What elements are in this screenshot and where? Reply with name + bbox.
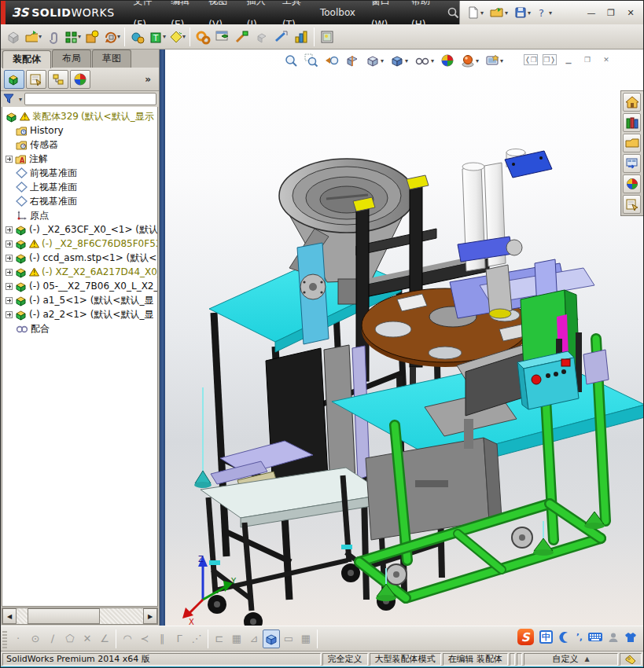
- sketch-angle-icon[interactable]: ∠: [96, 629, 113, 648]
- sketch-polygon-icon[interactable]: ⬠: [61, 629, 79, 648]
- snap-nearest-icon[interactable]: ≺: [136, 629, 153, 648]
- panel-overflow-button[interactable]: »: [145, 74, 156, 85]
- tree-item-top-plane[interactable]: 上视基准面: [4, 180, 157, 194]
- viewport-multi-icon[interactable]: ▦: [297, 629, 315, 648]
- tree-item-component[interactable]: ! (-) XZ_X2_6A217D44_X0_<: [4, 265, 157, 279]
- expand-icon[interactable]: [6, 156, 13, 163]
- sogou-logo-icon[interactable]: S: [517, 629, 534, 645]
- restore-button[interactable]: ❐: [602, 6, 620, 20]
- menu-toolbox[interactable]: Toolbox: [312, 1, 363, 24]
- move-rotate-component-icon[interactable]: ▾: [102, 27, 121, 47]
- moon-fullhalf-icon[interactable]: [558, 631, 571, 644]
- chevron-down-icon[interactable]: ▾: [549, 9, 552, 17]
- open-document-button[interactable]: ▾: [488, 4, 510, 21]
- menu-help[interactable]: 帮助(H): [403, 0, 442, 36]
- chevron-down-icon[interactable]: ▾: [19, 96, 22, 103]
- motion-study-icon[interactable]: [193, 27, 212, 47]
- expand-icon[interactable]: [6, 283, 13, 290]
- pane-left-toggle-icon[interactable]: ❬❐: [524, 54, 538, 65]
- smart-fasteners-icon[interactable]: [83, 27, 101, 47]
- tree-item-component[interactable]: (-) _X2_63CF_X0_<1> (默认: [4, 222, 157, 237]
- graphics-viewport[interactable]: Z Y X ▾ ▾ ▾ ▾ ▾: [165, 50, 643, 626]
- chevron-down-icon[interactable]: ▾: [500, 57, 503, 64]
- tab-sketch[interactable]: 草图: [92, 50, 131, 68]
- viewport-single-icon[interactable]: ▭: [280, 629, 297, 648]
- toolbar-grip[interactable]: [2, 629, 7, 648]
- solidworks-resources-icon[interactable]: [623, 93, 641, 112]
- edit-appearance-icon[interactable]: [438, 51, 457, 70]
- snap-tangent-icon[interactable]: ◠: [119, 629, 136, 648]
- zoom-to-fit-icon[interactable]: [282, 51, 300, 70]
- new-document-button[interactable]: ▾: [465, 4, 486, 21]
- tree-item-sensors[interactable]: 传感器: [4, 138, 157, 152]
- pane-right-toggle-icon[interactable]: ❐❭: [543, 54, 557, 65]
- sketch-line-icon[interactable]: ∕: [44, 629, 61, 648]
- tab-layout[interactable]: 布局: [52, 50, 91, 68]
- tree-item-component[interactable]: (-) a2_2<1> (默认<默认_显: [4, 307, 157, 321]
- menu-window[interactable]: 窗口(W): [363, 0, 403, 36]
- expand-icon[interactable]: [6, 226, 13, 233]
- snap-parallel-icon[interactable]: ∥: [153, 629, 171, 648]
- chevron-down-icon[interactable]: ▾: [381, 57, 384, 64]
- chevron-down-icon[interactable]: ▾: [163, 33, 166, 40]
- linear-component-pattern-icon[interactable]: ▾: [63, 27, 82, 47]
- featuremanager-tree-icon[interactable]: [4, 70, 24, 89]
- hide-show-items-icon[interactable]: ▾: [412, 51, 436, 70]
- snap-perpendicular-icon[interactable]: Γ: [171, 629, 188, 648]
- close-button[interactable]: ✕: [622, 6, 639, 20]
- chevron-down-icon[interactable]: ▾: [182, 33, 186, 40]
- help-options-button[interactable]: ?▾: [535, 4, 554, 21]
- previous-view-icon[interactable]: [322, 51, 341, 70]
- chinese-mode-icon[interactable]: 中: [539, 630, 553, 644]
- reference-geometry-icon[interactable]: ▾: [167, 27, 186, 47]
- filter-funnel-icon[interactable]: [3, 94, 16, 105]
- chevron-down-icon[interactable]: ▾: [78, 33, 81, 40]
- custom-properties-icon[interactable]: [623, 195, 641, 214]
- file-explorer-icon[interactable]: [623, 134, 641, 152]
- chevron-down-icon[interactable]: ▾: [505, 9, 508, 17]
- zoom-to-area-icon[interactable]: [302, 51, 321, 70]
- chevron-down-icon[interactable]: ▾: [405, 57, 408, 64]
- view-orientation-icon[interactable]: ▾: [363, 51, 386, 70]
- tree-item-right-plane[interactable]: 右视基准面: [4, 194, 157, 208]
- view-shaded-with-edges-icon[interactable]: [263, 629, 280, 648]
- new-part-icon[interactable]: T▾: [148, 27, 167, 47]
- expand-icon[interactable]: [6, 311, 13, 318]
- sketch-point-icon[interactable]: ·: [9, 629, 27, 648]
- view-palette-icon[interactable]: [623, 154, 641, 173]
- tab-assembly[interactable]: 装配体: [2, 50, 51, 68]
- status-custom-dropdown[interactable]: 自定义 ▲: [524, 653, 618, 666]
- chevron-down-icon[interactable]: ▾: [528, 9, 531, 17]
- tree-root[interactable]: ! 装配体329 (默认<默认_显示: [4, 109, 157, 123]
- exploded-view-icon[interactable]: [213, 27, 232, 47]
- tree-item-component[interactable]: (-) a1_5<1> (默认<默认_显: [4, 293, 157, 307]
- open-part-icon[interactable]: ▾: [24, 27, 42, 47]
- chevron-down-icon[interactable]: ▾: [480, 9, 484, 17]
- tree-item-history[interactable]: History: [4, 123, 157, 138]
- minimize-button[interactable]: —: [583, 6, 600, 20]
- belt-chain-icon[interactable]: [272, 27, 291, 47]
- status-tag-cell[interactable]: [620, 653, 642, 666]
- view-settings-icon[interactable]: ▾: [483, 51, 506, 70]
- insert-component-icon[interactable]: [4, 27, 23, 47]
- assembly-visualization-icon[interactable]: [292, 27, 311, 47]
- scrollbar-thumb[interactable]: [28, 608, 100, 624]
- scroll-right-arrow[interactable]: ▶: [143, 608, 157, 624]
- search-icon[interactable]: [447, 6, 459, 19]
- mate-icon[interactable]: [43, 27, 62, 47]
- apply-scene-icon[interactable]: ▾: [458, 51, 481, 70]
- interference-detection-icon[interactable]: [252, 27, 271, 47]
- panel-splitter[interactable]: [160, 50, 165, 626]
- expand-icon[interactable]: [6, 297, 13, 304]
- scroll-left-arrow[interactable]: ◀: [2, 608, 17, 624]
- chevron-down-icon[interactable]: ▾: [476, 57, 479, 64]
- configurationmanager-icon[interactable]: [48, 70, 68, 89]
- save-button[interactable]: ▾: [512, 4, 533, 21]
- doc-close-button[interactable]: ✕: [599, 54, 613, 65]
- chevron-down-icon[interactable]: ▾: [431, 57, 434, 64]
- soft-keyboard-icon[interactable]: [588, 632, 602, 642]
- tree-item-front-plane[interactable]: 前视基准面: [4, 166, 157, 180]
- chevron-down-icon[interactable]: ▾: [39, 33, 42, 40]
- design-library-icon[interactable]: [623, 113, 641, 132]
- snap-inference-icon[interactable]: ⋰: [188, 629, 205, 648]
